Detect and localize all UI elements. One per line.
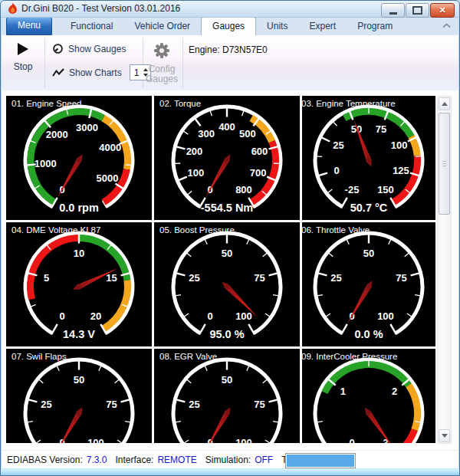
tab-functional[interactable]: Functional [60, 18, 123, 35]
svg-text:0.0 rpm: 0.0 rpm [59, 202, 99, 214]
tab-units[interactable]: Units [256, 18, 298, 35]
arrow-down-icon [442, 434, 448, 438]
status-bar: EDIABAS Version:7.3.0Interface:REMOTESim… [2, 450, 458, 469]
svg-text:200: 200 [186, 146, 203, 157]
svg-text:0.0 %: 0.0 % [354, 328, 383, 340]
status-label: Simulation: [205, 455, 251, 465]
svg-text:20: 20 [90, 310, 101, 322]
gauge-grid: 01000200030004000500001. Engine Speed0.0… [6, 96, 435, 443]
svg-text:25: 25 [333, 140, 343, 151]
gauge-07-swil-flaps: 025507510007. Swil Flaps [6, 349, 152, 443]
svg-text:400: 400 [219, 121, 235, 133]
tab-expert[interactable]: Expert [298, 18, 347, 35]
svg-text:25: 25 [189, 399, 199, 410]
menu-button[interactable]: Menu [6, 17, 52, 35]
maximize-button[interactable] [406, 3, 429, 18]
svg-text:09. InterCooler Pressure: 09. InterCooler Pressure [302, 352, 397, 361]
charts-count-value: 1 [130, 67, 140, 78]
svg-text:05. Boost Pressure: 05. Boost Pressure [159, 225, 235, 235]
maximize-icon [412, 6, 422, 15]
svg-text:04. DME Voltage KL87: 04. DME Voltage KL87 [12, 225, 100, 235]
ribbon-tab-row: Menu FunctionalVehicle OrderGaugesUnitsE… [2, 17, 458, 35]
svg-text:300: 300 [198, 128, 215, 140]
close-icon: ✕ [439, 6, 445, 15]
svg-text:700: 700 [250, 167, 267, 179]
svg-text:150: 150 [377, 184, 394, 195]
svg-text:75: 75 [376, 123, 386, 135]
separator [143, 38, 143, 88]
svg-text:100: 100 [187, 167, 204, 179]
show-gauges-label: Show Gauges [68, 44, 126, 54]
tab-program[interactable]: Program [347, 18, 403, 35]
svg-text:600: 600 [251, 146, 268, 157]
close-button[interactable]: ✕ [430, 3, 455, 18]
svg-text:50: 50 [222, 248, 232, 259]
scroll-down-button[interactable] [439, 429, 450, 442]
tab-strip: FunctionalVehicle OrderGaugesUnitsExpert… [60, 17, 403, 35]
gauge-08-egr-valve: 025507510008. EGR Valve [154, 349, 300, 443]
progress-fill [287, 455, 354, 467]
gauge-02-torque: 010020030040050060070080002. Torque-554.… [154, 96, 300, 220]
svg-text:02. Torque: 02. Torque [159, 99, 201, 108]
svg-text:25: 25 [189, 272, 199, 284]
svg-text:75: 75 [254, 399, 264, 410]
line-chart-icon [52, 67, 64, 77]
window-border-left [0, 17, 2, 469]
gauge-01-engine-speed: 01000200030004000500001. Engine Speed0.0… [6, 96, 152, 220]
separator [182, 38, 183, 88]
stop-label: Stop [2, 61, 44, 72]
svg-text:4000: 4000 [99, 142, 121, 153]
play-triangle-icon [18, 43, 28, 55]
stop-button[interactable]: Stop [2, 35, 44, 90]
ribbon-toolbar: Stop Show Gauges Show Charts 1 [2, 35, 458, 91]
svg-text:08. EGR Valve: 08. EGR Valve [159, 352, 217, 361]
separator [44, 38, 45, 88]
svg-text:100: 100 [87, 437, 104, 443]
svg-text:01. Engine Speed: 01. Engine Speed [12, 99, 81, 108]
status-value: OFF [255, 455, 273, 465]
svg-text:25: 25 [41, 399, 51, 410]
svg-text:15: 15 [106, 272, 117, 284]
window-title: Dr.Gini B020 - Test Version 03.01.2016 [21, 3, 180, 14]
show-charts-label[interactable]: Show Charts [69, 67, 122, 78]
gauge-05-boost-pressure: 025507510005. Boost Pressure95.0 % [154, 222, 300, 346]
svg-text:1000: 1000 [34, 158, 57, 169]
tab-gauges[interactable]: Gauges [201, 17, 256, 35]
svg-text:800: 800 [235, 184, 252, 195]
config-gauges-label: Config Gauges [144, 64, 179, 84]
scroll-up-button[interactable] [439, 97, 450, 110]
svg-text:50.7 °C: 50.7 °C [350, 202, 388, 214]
gauge-03-engine-temperature: -25025507510012515003. Engine Temperatur… [302, 96, 435, 220]
svg-text:50: 50 [222, 374, 232, 386]
svg-text:06. Throttle Valve: 06. Throttle Valve [302, 225, 370, 235]
vertical-scrollbar[interactable] [437, 96, 452, 444]
svg-text:5: 5 [44, 272, 49, 284]
svg-text:-554.5 Nm: -554.5 Nm [201, 202, 254, 214]
status-label: Interface: [115, 455, 153, 465]
caption-buttons: ✕ [381, 3, 455, 18]
svg-text:75: 75 [396, 272, 406, 284]
flame-icon[interactable] [7, 2, 18, 15]
status-value: 7.3.0 [87, 455, 107, 465]
tab-vehicle-order[interactable]: Vehicle Order [123, 18, 201, 35]
gauge-06-throttle-valve: 025507510006. Throttle Valve0.0 % [302, 222, 435, 346]
svg-text:03. Engine Temperature: 03. Engine Temperature [302, 99, 396, 108]
svg-text:1: 1 [340, 386, 346, 397]
svg-text:125: 125 [393, 165, 409, 176]
svg-text:25: 25 [330, 272, 341, 284]
chevron-up-icon[interactable] [442, 23, 451, 28]
show-charts-row: Show Charts 1 [52, 64, 151, 80]
svg-text:2000: 2000 [46, 129, 68, 140]
svg-text:100: 100 [235, 437, 252, 443]
status-value: REMOTE [157, 455, 196, 465]
svg-text:500: 500 [239, 128, 256, 140]
minimize-button[interactable] [381, 3, 405, 18]
svg-text:50: 50 [74, 374, 84, 386]
svg-text:0: 0 [207, 310, 212, 322]
gauges-panel: 01000200030004000500001. Engine Speed0.0… [2, 90, 458, 444]
show-gauges-button[interactable]: Show Gauges [52, 43, 126, 54]
config-gauges-button[interactable]: Config Gauges [144, 35, 179, 90]
svg-text:100: 100 [235, 310, 252, 322]
scrollbar-thumb[interactable] [439, 113, 450, 215]
status-label: EDIABAS Version: [7, 455, 83, 465]
